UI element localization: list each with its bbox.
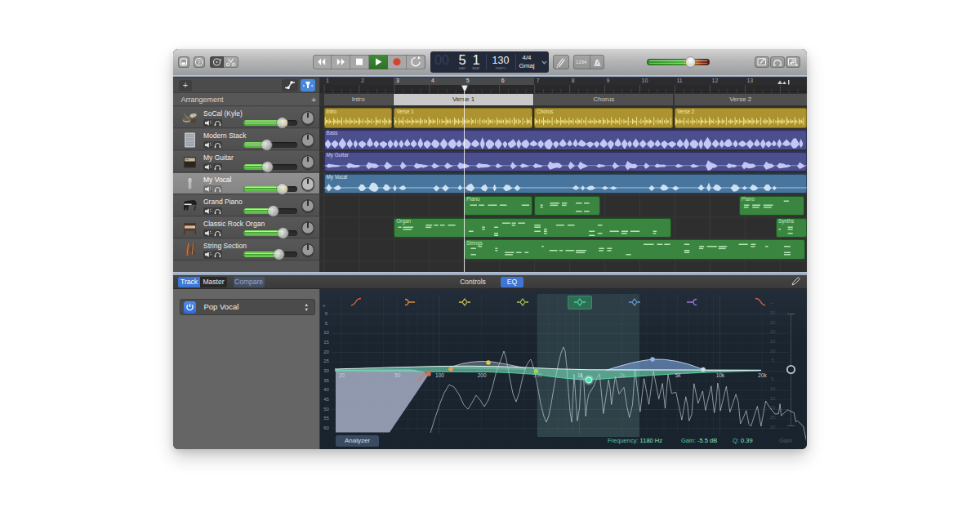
svg-text:?: ? [198,58,201,65]
